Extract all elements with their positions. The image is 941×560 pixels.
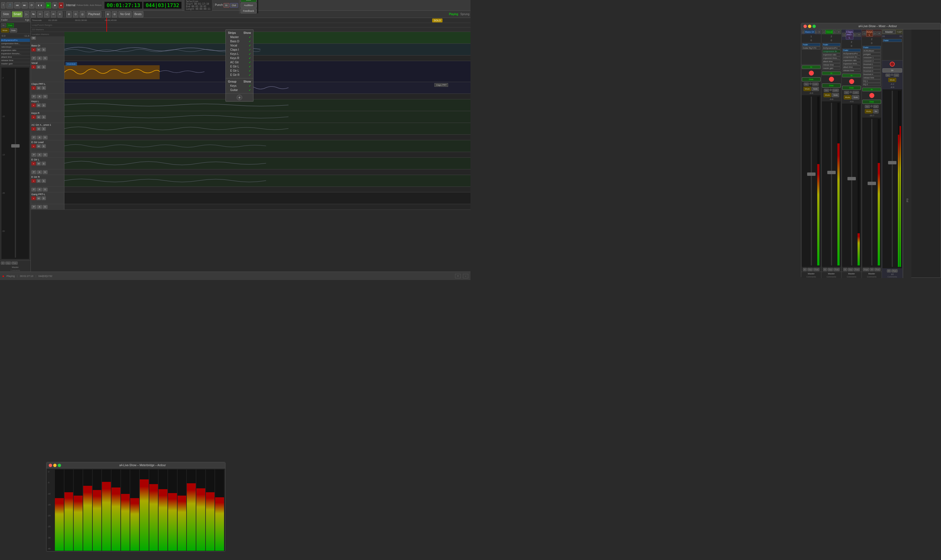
egtrr-m-btn[interactable]: M (36, 179, 41, 183)
sub-p-btn-gang[interactable]: P (31, 205, 36, 209)
vocal-rec-btn[interactable]: ● (31, 65, 36, 69)
punch-out-btn[interactable]: Out (230, 3, 238, 8)
play-btn[interactable]: ▶ (46, 2, 51, 8)
snap3-btn[interactable]: ◎ (80, 11, 85, 17)
egtrlead-s-btn[interactable]: S (42, 144, 46, 148)
vocal-m-btn[interactable]: M (36, 65, 41, 69)
plugin-item[interactable]: expansion ratio (0, 49, 30, 52)
gang-m-btn[interactable]: M (36, 196, 41, 200)
disk-label[interactable]: Disk (7, 23, 14, 28)
sub-a-btn-acgtr[interactable]: A (37, 135, 42, 140)
remove-track-btn[interactable]: − (463, 274, 468, 278)
mode3-btn[interactable]: ✂ (37, 11, 43, 17)
sub-a-btn-gang[interactable]: A (37, 205, 42, 209)
zoom-in-btn[interactable]: ⊕ (105, 11, 111, 17)
mode1-btn[interactable]: ▷ (24, 11, 29, 17)
sub-a-btn-egtrl[interactable]: A (37, 170, 42, 174)
prev-btn[interactable]: ⏴⏴ (35, 2, 45, 8)
bassdi-s-btn[interactable]: S (42, 48, 46, 52)
egtrr-s-btn[interactable]: S (42, 179, 46, 183)
sub-a-btn-egtrr[interactable]: A (37, 188, 42, 192)
plugin-item[interactable]: ratio/slope (0, 45, 30, 49)
dropdown-item-guitar-group[interactable]: Guitar ✓ (226, 88, 253, 92)
fast-forward-btn[interactable]: ⏭ (22, 2, 28, 8)
snap2-btn[interactable]: ⊙ (73, 11, 79, 17)
mode5-btn[interactable]: ✏ (51, 11, 56, 17)
sub-g-btn-acgtr[interactable]: G (43, 135, 48, 140)
sub-a-btn[interactable]: A (37, 56, 42, 60)
egtrlead-m-btn[interactable]: M (36, 144, 41, 148)
sub-p-btn-egtrl[interactable]: P (31, 170, 36, 174)
dropdown-item-acgtr[interactable]: AC Gtr ✓ (226, 60, 253, 65)
sub-p-btn-egtrr[interactable]: P (31, 188, 36, 192)
dropdown-item-keys-group[interactable]: Keys ✓ (226, 84, 253, 88)
plugin-item[interactable]: attack time (0, 55, 30, 59)
fader-handle-left[interactable] (11, 144, 20, 148)
sub-p-btn-claps[interactable]: P (31, 95, 36, 98)
keysl-m-btn[interactable]: M (36, 103, 41, 107)
solo-btn[interactable]: Solo (240, 0, 257, 2)
add-strip-btn[interactable]: + (237, 95, 242, 100)
sub-p-btn-lead[interactable]: P (31, 153, 36, 157)
solo-btn-left[interactable]: Solo (10, 28, 17, 32)
no-grid-btn[interactable]: No Grid (119, 11, 131, 17)
dropdown-item-egtrl[interactable]: E Gtr L ✓ (226, 65, 253, 69)
snap-btn[interactable]: ⊕ (66, 11, 72, 17)
plugin-item[interactable]: release time (0, 59, 30, 62)
acgtr-s-btn[interactable]: S (42, 127, 46, 131)
sub-a-btn-claps[interactable]: A (37, 95, 42, 98)
plugin-item[interactable]: compression thre... (0, 42, 30, 45)
keysr-m-btn[interactable]: M (36, 115, 41, 119)
dropdown-item-master[interactable]: Master ✓ (226, 35, 253, 39)
sub-g-btn-claps[interactable]: G (43, 95, 48, 98)
keysr-rec-btn[interactable]: ● (31, 115, 36, 119)
keysr-s-btn[interactable]: S (42, 115, 46, 119)
mode4-btn[interactable]: ◁ (44, 11, 49, 17)
egtrr-rec-btn[interactable]: ● (31, 179, 36, 183)
gang-rec-btn[interactable]: ● (31, 196, 36, 200)
plugin-item[interactable]: master gain (0, 62, 30, 66)
claps-s-btn[interactable]: S (42, 86, 46, 90)
gang-s-btn[interactable]: S (42, 196, 46, 200)
stop-btn[interactable]: ■ (52, 2, 57, 8)
egtrl-m-btn[interactable]: M (36, 162, 41, 166)
dropdown-item-vocal[interactable]: Vocal ✓ (226, 43, 253, 48)
metronome-btn[interactable]: 🎵 (6, 2, 13, 8)
egtrl-rec-btn[interactable]: ● (31, 162, 36, 166)
slide-mode-btn[interactable]: Slide (1, 11, 11, 17)
sub-g-btn-egtrr[interactable]: G (43, 188, 48, 192)
claps-m-btn[interactable]: M (36, 86, 41, 90)
beats-btn[interactable]: Beats (133, 11, 143, 17)
egtrlead-rec-btn[interactable]: ● (31, 144, 36, 148)
bassdi-rec-btn[interactable]: ● (31, 48, 36, 52)
rewind-btn[interactable]: ⏮ (14, 2, 20, 8)
plugin-item[interactable]: AUDynamicsPro (0, 38, 30, 42)
feedback-btn[interactable]: Feedback (240, 8, 257, 14)
mode2-btn[interactable]: ⇆ (31, 11, 36, 17)
keysl-s-btn[interactable]: S (42, 103, 46, 107)
sub-g-btn-gang[interactable]: G (43, 205, 48, 209)
dropdown-item-egtrl2[interactable]: E Gtr L ✓ (226, 69, 253, 73)
sub-a-btn-lead[interactable]: A (37, 153, 42, 157)
dropdown-item-claps[interactable]: Claps I ✓ (226, 48, 253, 52)
keysl-rec-btn[interactable]: ● (31, 103, 36, 107)
post-btn-left[interactable]: Post (11, 262, 18, 265)
playhead-btn[interactable]: Playhead (86, 11, 102, 17)
loop-btn[interactable]: ⟳ (29, 2, 34, 8)
egtrl-s-btn[interactable]: S (42, 162, 46, 166)
sub-p-btn-acgtr[interactable]: P (31, 135, 36, 140)
grp-btn-left[interactable]: Grp (5, 262, 11, 265)
master-M-btn[interactable]: M (31, 36, 36, 40)
acgtr-m-btn[interactable]: M (36, 127, 41, 131)
m-btn-left[interactable]: M (1, 262, 5, 265)
sub-g-btn-egtrl[interactable]: G (43, 170, 48, 174)
claps-rec-btn[interactable]: ● (31, 86, 36, 90)
mode6-btn[interactable]: ≡ (57, 11, 62, 17)
record-btn[interactable]: ● (59, 2, 63, 8)
alert-btn[interactable]: ! (1, 2, 5, 8)
punch-in-btn[interactable]: In (223, 3, 229, 8)
mute-btn-left[interactable]: Mute (1, 28, 9, 32)
dropdown-item-bassd[interactable]: Bass D ✓ (226, 39, 253, 43)
sub-g-btn-lead[interactable]: G (43, 153, 48, 157)
zoom-out-btn[interactable]: ⊖ (112, 11, 117, 17)
